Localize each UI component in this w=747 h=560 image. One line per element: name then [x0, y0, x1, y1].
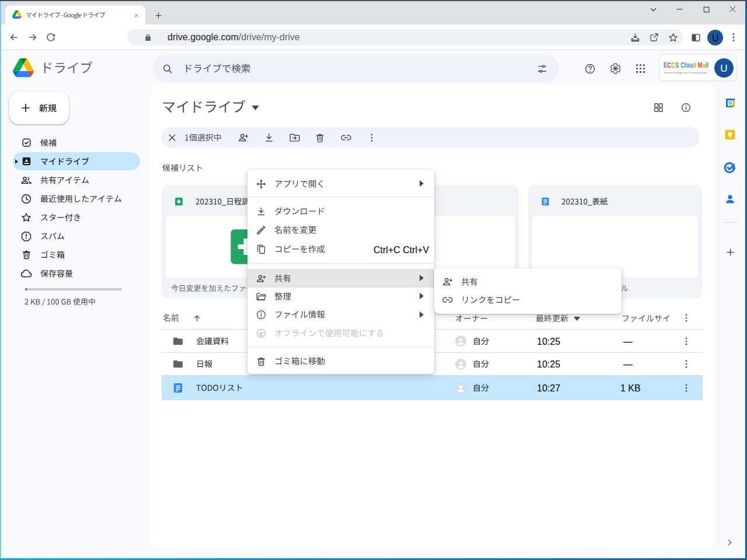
svg-text:Information Technology Center,: Information Technology Center, The Unive… — [664, 71, 707, 74]
svg-text:U: U — [720, 63, 727, 74]
svg-text:31: 31 — [728, 101, 732, 105]
svg-text:ECCS Cloud Mail: ECCS Cloud Mail — [664, 61, 708, 69]
